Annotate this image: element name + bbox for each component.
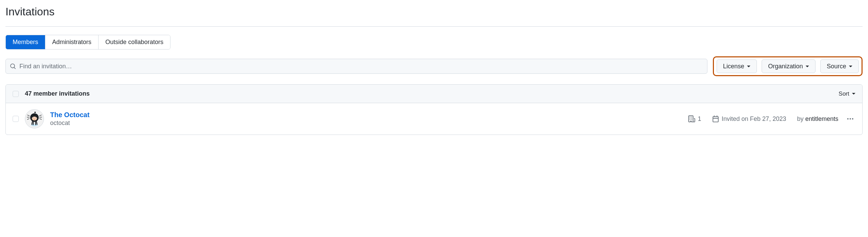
row-actions-menu[interactable] [845,116,855,122]
tab-outside-collaborators[interactable]: Outside collaborators [99,35,170,49]
sort-label: Sort [839,90,849,97]
sort-button[interactable]: Sort [839,90,855,97]
invited-date-text: Invited on Feb 27, 2023 [722,115,786,123]
user-info: The Octocat octocat [50,111,688,127]
select-all-checkbox[interactable] [13,91,19,97]
row-checkbox[interactable] [13,116,19,122]
avatar [25,109,44,128]
octocat-icon [26,111,43,127]
divider [5,26,863,27]
caret-down-icon [852,93,855,95]
tab-administrators[interactable]: Administrators [45,35,99,49]
invited-date: Invited on Feb 27, 2023 [712,115,786,123]
page-title: Invitations [5,5,863,18]
svg-point-6 [35,117,36,118]
search-icon [10,63,16,69]
row-meta: 1 Invited on Feb 27, 2023 by entitlement… [688,115,838,123]
list-header-count: 47 member invitations [25,90,839,97]
svg-point-7 [34,119,35,119]
filter-license-label: License [723,63,744,70]
caret-down-icon [747,66,750,67]
svg-point-5 [33,117,33,118]
filter-group-highlight: License Organization Source [713,56,863,76]
tab-group: Members Administrators Outside collabora… [5,35,170,50]
svg-point-2 [32,116,37,121]
caret-down-icon [806,66,809,67]
filter-organization-label: Organization [768,63,803,70]
filter-source[interactable]: Source [820,59,859,73]
search-wrapper [5,59,707,74]
caret-down-icon [849,66,852,67]
invitation-row: The Octocat octocat 1 Invited on Feb 27,… [6,103,862,135]
search-input[interactable] [19,63,703,70]
organization-icon [688,115,695,122]
user-login: octocat [50,120,688,127]
user-name-link[interactable]: The Octocat [50,111,688,119]
by-prefix: by [797,115,805,122]
invitations-list: 47 member invitations Sort [5,84,863,135]
calendar-icon [712,115,719,122]
list-header: 47 member invitations Sort [6,85,862,103]
by-source: entitlements [805,115,838,122]
filter-source-label: Source [827,63,846,70]
tab-members[interactable]: Members [6,35,45,49]
org-count: 1 [688,115,701,123]
filter-organization[interactable]: Organization [762,59,815,73]
search-filter-row: License Organization Source [5,56,863,76]
invited-by: by entitlements [797,115,838,123]
filter-license[interactable]: License [717,59,757,73]
org-count-value: 1 [698,115,701,123]
